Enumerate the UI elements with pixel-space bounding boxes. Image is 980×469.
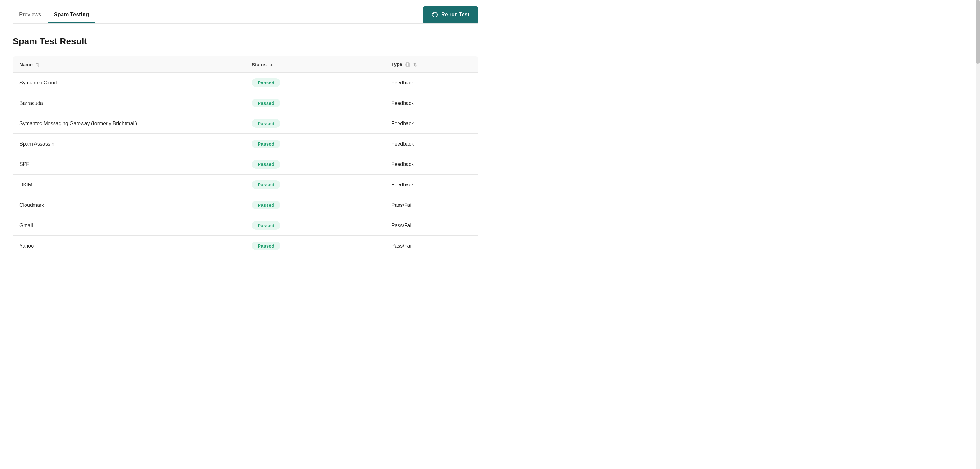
cell-name: Yahoo [13,236,246,256]
cell-type: Pass/Fail [385,195,478,215]
sort-type-icon[interactable] [414,63,417,67]
table-row: CloudmarkPassedPass/Fail [13,195,478,215]
cell-type: Feedback [385,113,478,134]
status-badge: Passed [252,201,280,209]
table-header-row: Name Status Type i [13,56,478,73]
cell-status: Passed [245,113,385,134]
tabs-left: Previews Spam Testing [13,8,95,22]
cell-name: DKIM [13,174,246,195]
cell-name: Spam Assassin [13,134,246,154]
sort-name-icon[interactable] [36,63,39,67]
col-header-type[interactable]: Type i [385,56,478,73]
cell-name: Cloudmark [13,195,246,215]
sort-status-icon[interactable] [270,63,273,67]
table-row: DKIMPassedFeedback [13,174,478,195]
table-row: Symantec Messaging Gateway (formerly Bri… [13,113,478,134]
col-header-name[interactable]: Name [13,56,246,73]
cell-status: Passed [245,93,385,113]
table-row: GmailPassedPass/Fail [13,215,478,236]
status-badge: Passed [252,160,280,168]
cell-type: Feedback [385,154,478,174]
cell-name: SPF [13,154,246,174]
scrollbar-thumb[interactable] [975,0,980,64]
cell-type: Feedback [385,134,478,154]
table-row: Spam AssassinPassedFeedback [13,134,478,154]
cell-status: Passed [245,154,385,174]
results-table: Name Status Type i Symantec CloudPassedF… [13,56,478,256]
cell-type: Pass/Fail [385,215,478,236]
cell-status: Passed [245,215,385,236]
cell-name: Symantec Messaging Gateway (formerly Bri… [13,113,246,134]
cell-status: Passed [245,134,385,154]
status-badge: Passed [252,221,280,230]
status-badge: Passed [252,119,280,128]
rerun-test-label: Re-run Test [441,12,469,17]
cell-status: Passed [245,73,385,93]
col-header-status[interactable]: Status [245,56,385,73]
rerun-test-button[interactable]: Re-run Test [423,6,478,23]
cell-name: Symantec Cloud [13,73,246,93]
cell-status: Passed [245,174,385,195]
status-badge: Passed [252,241,280,250]
cell-status: Passed [245,195,385,215]
table-row: BarracudaPassedFeedback [13,93,478,113]
status-badge: Passed [252,180,280,189]
cell-type: Feedback [385,174,478,195]
cell-type: Feedback [385,93,478,113]
tabs-bar: Previews Spam Testing Re-run Test [13,0,478,24]
scrollbar-track[interactable] [975,0,980,256]
table-body: Symantec CloudPassedFeedbackBarracudaPas… [13,73,478,256]
tab-spam-testing[interactable]: Spam Testing [48,8,95,23]
table-row: YahooPassedPass/Fail [13,236,478,256]
status-badge: Passed [252,78,280,87]
cell-type: Feedback [385,73,478,93]
page-title: Spam Test Result [13,36,478,46]
tab-previews[interactable]: Previews [13,8,48,23]
type-info-icon[interactable]: i [405,62,410,67]
cell-type: Pass/Fail [385,236,478,256]
rerun-icon [432,11,438,19]
cell-name: Gmail [13,215,246,236]
table-row: Symantec CloudPassedFeedback [13,73,478,93]
status-badge: Passed [252,139,280,148]
status-badge: Passed [252,99,280,108]
cell-name: Barracuda [13,93,246,113]
table-row: SPFPassedFeedback [13,154,478,174]
cell-status: Passed [245,236,385,256]
